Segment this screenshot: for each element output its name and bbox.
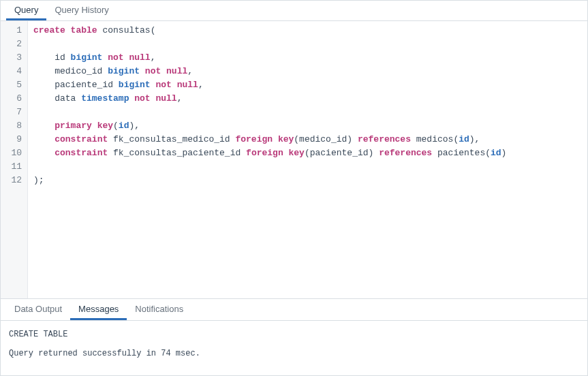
sql-editor[interactable]: 123456789101112 create table consultas( …: [1, 21, 587, 298]
code-line[interactable]: data timestamp not null,: [33, 92, 582, 106]
code-line[interactable]: id bigint not null,: [33, 51, 582, 65]
code-line[interactable]: [33, 160, 582, 174]
output-tab-bar: Data Output Messages Notifications: [1, 298, 587, 321]
code-line[interactable]: );: [33, 174, 582, 187]
code-line[interactable]: create table consultas(: [33, 24, 582, 37]
code-line[interactable]: [33, 37, 582, 51]
code-line[interactable]: medico_id bigint not null,: [33, 65, 582, 78]
tab-query-history[interactable]: Query History: [46, 1, 117, 20]
line-number-gutter: 123456789101112: [1, 21, 28, 298]
message-status: CREATE TABLE: [9, 328, 579, 343]
code-line[interactable]: primary key(id),: [33, 119, 582, 133]
sql-code-area[interactable]: create table consultas( id bigint not nu…: [28, 21, 587, 298]
code-line[interactable]: constraint fk_consultas_paciente_id fore…: [33, 146, 582, 160]
tab-messages[interactable]: Messages: [70, 299, 127, 320]
message-result: Query returned successfully in 74 msec.: [9, 347, 579, 362]
query-tab-bar: Query Query History: [1, 1, 587, 21]
tab-data-output[interactable]: Data Output: [6, 299, 70, 320]
code-line[interactable]: [33, 106, 582, 119]
code-line[interactable]: paciente_id bigint not null,: [33, 78, 582, 92]
code-line[interactable]: constraint fk_consultas_medico_id foreig…: [33, 133, 582, 146]
tab-query[interactable]: Query: [6, 1, 46, 20]
messages-panel: CREATE TABLE Query returned successfully…: [1, 321, 587, 375]
tab-notifications[interactable]: Notifications: [127, 299, 191, 320]
